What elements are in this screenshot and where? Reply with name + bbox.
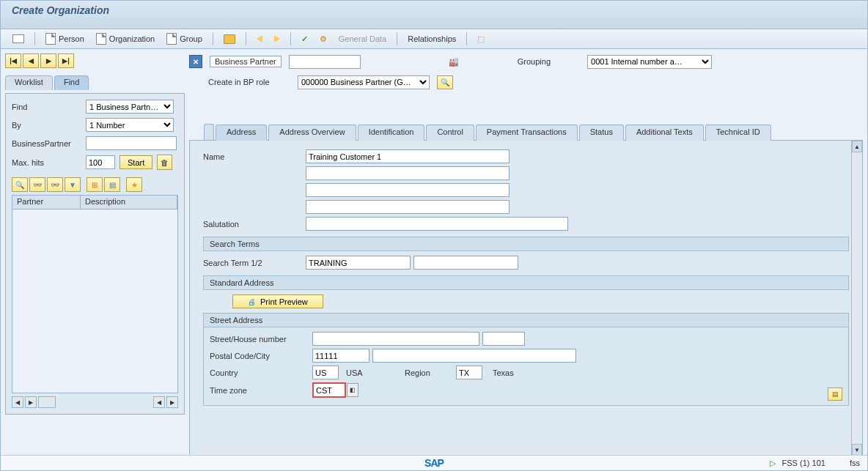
- house-number-input[interactable]: [482, 332, 525, 346]
- bp-number-input[interactable]: [289, 55, 361, 69]
- close-locator-button[interactable]: ✕: [189, 55, 202, 68]
- organization-button[interactable]: Organization: [92, 31, 159, 46]
- maxhits-input[interactable]: [86, 155, 115, 169]
- grouping-select[interactable]: 0001 Internal number a…: [587, 55, 712, 69]
- person-button[interactable]: Person: [41, 31, 89, 46]
- region-label: Region: [405, 368, 456, 377]
- back-button[interactable]: [252, 31, 267, 46]
- nav-last-button[interactable]: ▶|: [58, 53, 74, 68]
- scroll-right-button[interactable]: ▶: [25, 396, 37, 408]
- layout-button[interactable]: ⊞: [87, 177, 103, 192]
- document-icon: [96, 33, 106, 45]
- favorite-button[interactable]: ★: [126, 177, 142, 192]
- region-name: Texas: [493, 368, 514, 377]
- expand-icon: ▤: [832, 390, 839, 398]
- postal-code-input[interactable]: [312, 349, 369, 363]
- scroll-down-button[interactable]: ▼: [852, 444, 862, 456]
- vertical-scrollbar[interactable]: ▲ ▼: [851, 141, 862, 456]
- magnify-icon: 🔍: [15, 181, 24, 189]
- start-button[interactable]: Start: [119, 155, 152, 169]
- status-bar: SAP ▷ FSS (1) 101 fss: [1, 455, 867, 470]
- expand-address-button[interactable]: ▤: [828, 387, 842, 401]
- export-button[interactable]: ▤: [104, 177, 120, 192]
- name-input[interactable]: [306, 149, 510, 163]
- binoc-icon: 👓: [33, 181, 42, 189]
- tab-find[interactable]: Find: [54, 75, 89, 90]
- bp-label: BusinessPartner: [12, 139, 81, 148]
- details-button[interactable]: 🔍: [12, 177, 28, 192]
- salutation-input[interactable]: [306, 217, 568, 231]
- tab-payment-transactions[interactable]: Payment Transactions: [476, 125, 578, 141]
- tab-identification[interactable]: Identification: [358, 125, 425, 141]
- by-select[interactable]: 1 Number: [86, 118, 174, 132]
- find-select[interactable]: 1 Business Partn…: [86, 100, 174, 114]
- open-button[interactable]: [219, 31, 240, 46]
- street-input[interactable]: [312, 332, 479, 346]
- trash-icon: 🗑: [161, 158, 169, 167]
- street-address-box: Street Address Street/House number Posta…: [203, 313, 849, 406]
- factory-icon: 🏭: [449, 57, 459, 67]
- street-address-header: Street Address: [204, 314, 848, 327]
- tab-status[interactable]: Status: [579, 125, 624, 141]
- check-button[interactable]: ✓: [297, 31, 312, 46]
- relationships-button[interactable]: Relationships: [403, 31, 460, 46]
- tab-scroll-left[interactable]: [204, 124, 214, 140]
- search-term1-input[interactable]: [306, 256, 411, 270]
- tab-additional-texts[interactable]: Additional Texts: [625, 125, 704, 141]
- timezone-input[interactable]: [312, 382, 346, 398]
- name-label: Name: [203, 152, 306, 161]
- menu-button[interactable]: [8, 31, 29, 46]
- col-partner[interactable]: Partner: [12, 196, 81, 209]
- general-data-button[interactable]: General Data: [334, 31, 391, 46]
- country-label: Country: [210, 368, 312, 377]
- person-label: Person: [59, 34, 84, 43]
- role-details-button[interactable]: 🔍: [437, 75, 453, 89]
- col-description[interactable]: Description: [81, 196, 177, 209]
- document-icon: [45, 33, 56, 45]
- scroll-right2-button[interactable]: ▶: [166, 396, 178, 408]
- name3-input[interactable]: [306, 183, 510, 197]
- document-icon: [166, 33, 177, 45]
- services-button[interactable]: ⬚: [473, 31, 489, 46]
- print-preview-button[interactable]: 🖨 Print Preview: [232, 294, 323, 308]
- nav-next-button[interactable]: ▶: [40, 53, 56, 68]
- standard-address-header: Standard Address: [203, 275, 849, 290]
- tab-address-overview[interactable]: Address Overview: [268, 125, 356, 141]
- page-title: Create Organization: [12, 4, 109, 16]
- services-icon: ⬚: [477, 34, 485, 44]
- right-panel: ✕ Business Partner 🏭 Grouping 0001 Inter…: [189, 53, 863, 456]
- nav-first-button[interactable]: |◀: [5, 53, 21, 68]
- scroll-track[interactable]: [38, 396, 56, 408]
- search-term2-input[interactable]: [413, 256, 518, 270]
- tab-technical-id[interactable]: Technical ID: [705, 125, 771, 141]
- find-icon-button[interactable]: 👓: [29, 177, 45, 192]
- tab-control[interactable]: Control: [426, 125, 474, 141]
- detail-panel: Name Salutation Search Terms Search Term…: [189, 141, 863, 456]
- forward-button[interactable]: [270, 31, 284, 46]
- postal-label: Postal Code/City: [210, 352, 312, 360]
- tab-worklist[interactable]: Worklist: [5, 75, 53, 90]
- maxhits-label: Max. hits: [12, 158, 81, 167]
- country-code-input[interactable]: [312, 366, 339, 379]
- city-input[interactable]: [372, 349, 576, 363]
- name4-input[interactable]: [306, 200, 510, 214]
- delete-button[interactable]: 🗑: [157, 155, 172, 170]
- timezone-f4-button[interactable]: ◧: [347, 383, 358, 397]
- grid-icon: ⊞: [92, 181, 98, 189]
- region-code-input[interactable]: [456, 366, 482, 379]
- activate-button[interactable]: ⚙: [315, 31, 331, 46]
- name2-input[interactable]: [306, 166, 510, 180]
- find-panel: Find 1 Business Partn… By 1 Number Busin…: [5, 93, 185, 415]
- bp-input[interactable]: [86, 136, 177, 150]
- folder-icon: [224, 34, 235, 44]
- filter-button[interactable]: ▼: [65, 177, 81, 192]
- scroll-left-button[interactable]: ◀: [12, 396, 23, 408]
- nav-prev-button[interactable]: ◀: [23, 53, 39, 68]
- findnext-button[interactable]: 👓: [47, 177, 63, 192]
- result-body: [12, 209, 178, 393]
- tab-address[interactable]: Address: [216, 125, 267, 141]
- group-button[interactable]: Group: [162, 31, 207, 46]
- scroll-up-button[interactable]: ▲: [852, 141, 862, 152]
- scroll-left2-button[interactable]: ◀: [153, 396, 165, 408]
- role-select[interactable]: 000000 Business Partner (G…: [298, 75, 430, 89]
